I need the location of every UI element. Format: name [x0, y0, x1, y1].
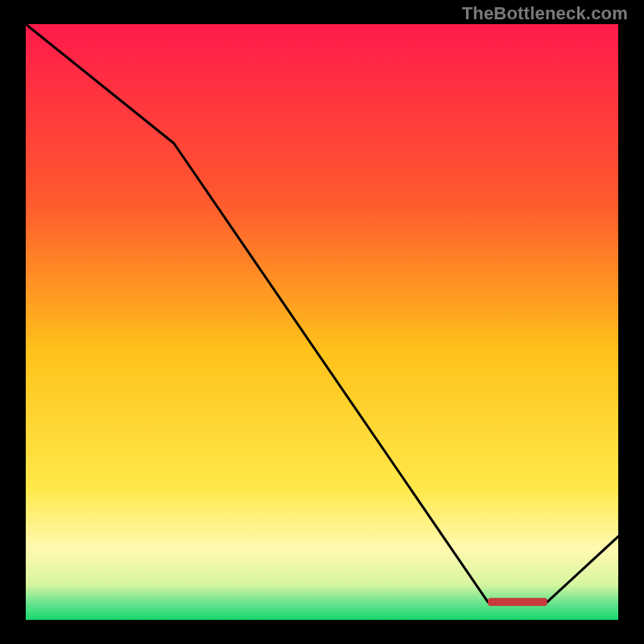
chart-svg — [26, 24, 618, 620]
chart-stage: TheBottleneck.com — [0, 0, 644, 644]
optimal-marker — [488, 598, 547, 606]
plot-background — [26, 24, 618, 620]
watermark-text: TheBottleneck.com — [462, 3, 628, 24]
